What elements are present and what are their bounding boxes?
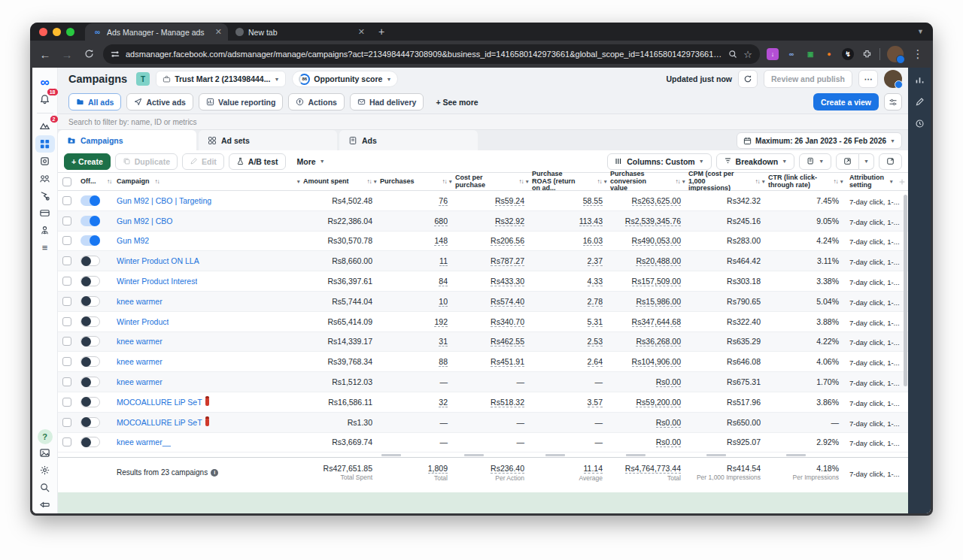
campaign-toggle[interactable] — [81, 296, 100, 307]
url-text[interactable]: adsmanager.facebook.com/adsmanager/manag… — [126, 50, 722, 59]
ab-test-button[interactable]: A/B test — [229, 153, 286, 170]
cost-per-purchase-cell[interactable]: Rs787.27 — [491, 256, 524, 266]
col-header-attribution[interactable]: Attribution setting ▼ — [846, 174, 896, 189]
campaign-toggle[interactable] — [81, 256, 100, 266]
account-overview-icon[interactable]: 2 — [35, 118, 55, 135]
cost-per-purchase-cell[interactable]: Rs59.24 — [495, 196, 524, 206]
column-settings-gear-icon[interactable] — [896, 178, 908, 186]
search-icon[interactable] — [728, 50, 737, 59]
ads-reporting-icon[interactable] — [35, 153, 55, 170]
purchases-cell[interactable]: 11 — [439, 256, 448, 266]
conversion-value-cell[interactable]: Rs36,268.00 — [636, 337, 681, 347]
extension-palette-icon[interactable]: ● — [823, 48, 835, 60]
purchase-roas-cell[interactable]: 2.64 — [588, 357, 603, 367]
tab-ad-sets[interactable]: Ad sets — [199, 130, 337, 150]
ad-account-selector[interactable]: Trust Mart 2 (213498444... ▼ — [156, 71, 286, 87]
conversion-value-cell[interactable]: Rs0.00 — [656, 418, 681, 428]
browser-menu-kebab-icon[interactable]: ⋮ — [910, 47, 925, 61]
table-scrollbar[interactable] — [904, 195, 907, 386]
purchases-cell[interactable]: — — [440, 437, 448, 446]
conversion-value-cell[interactable]: Rs157,509.00 — [632, 277, 681, 286]
filter-chip-had-delivery[interactable]: Had delivery — [350, 93, 424, 110]
campaign-name-link[interactable]: MOCOALLURE LiP SeT — [117, 398, 202, 407]
campaign-name-link[interactable]: knee warmer — [117, 337, 163, 346]
campaign-toggle[interactable] — [81, 437, 100, 447]
purchase-roas-cell[interactable]: 113.43 — [579, 216, 603, 226]
opportunity-score-button[interactable]: 86 Opportunity score ▼ — [292, 71, 398, 87]
notifications-bell-icon[interactable]: 18 — [35, 91, 55, 108]
filter-chip-all-ads[interactable]: All ads — [68, 93, 121, 110]
sort-icon[interactable]: ↑↓ — [755, 178, 760, 185]
review-and-publish-button[interactable]: Review and publish — [764, 70, 852, 88]
cost-per-purchase-cell[interactable]: Rs340.70 — [491, 317, 524, 327]
col-header-conversion-value[interactable]: Purchases conversion value ↑↓▼ — [610, 171, 688, 193]
expand-table-button[interactable] — [879, 153, 902, 170]
more-actions-button[interactable]: More▼ — [290, 153, 332, 170]
campaign-name-link[interactable]: Winter Product — [117, 317, 169, 326]
extensions-puzzle-icon[interactable] — [861, 48, 873, 60]
conversion-value-cell[interactable]: Rs2,539,345.76 — [625, 216, 681, 226]
row-checkbox[interactable] — [62, 256, 71, 265]
create-a-view-button[interactable]: Create a view — [813, 93, 879, 110]
purchases-cell[interactable]: 76 — [439, 196, 448, 206]
back-button[interactable]: ← — [38, 48, 53, 61]
tab-search-chevron-icon[interactable]: ▼ — [917, 28, 924, 35]
column-menu-icon[interactable]: ▼ — [296, 179, 301, 184]
conversion-value-cell[interactable]: Rs59,200.00 — [636, 398, 681, 407]
billing-icon[interactable] — [35, 204, 55, 222]
row-checkbox[interactable] — [62, 236, 71, 245]
col-header-amount-spent[interactable]: Amount spent ↑↓▼ — [303, 178, 380, 186]
purchases-cell[interactable]: — — [440, 377, 448, 386]
conversion-value-cell[interactable]: Rs347,644.68 — [632, 317, 681, 327]
see-more-filters-button[interactable]: + See more — [429, 93, 485, 110]
browser-tab-ads-manager[interactable]: ∞ Ads Manager - Manage ads ✕ — [85, 23, 228, 41]
business-settings-icon[interactable] — [35, 222, 55, 239]
reports-button[interactable]: ▼ — [799, 153, 831, 170]
edit-pencil-icon[interactable] — [915, 97, 925, 107]
purchases-cell[interactable]: 10 — [439, 297, 448, 307]
campaign-toggle[interactable] — [81, 276, 100, 286]
column-menu-icon[interactable]: ▼ — [448, 179, 453, 184]
campaign-name-link[interactable]: Winter Product ON LLA — [117, 256, 199, 265]
settings-gear-icon[interactable] — [35, 462, 55, 479]
purchase-roas-cell[interactable]: 16.03 — [583, 236, 603, 246]
campaign-name-link[interactable]: knee warmer — [117, 377, 163, 386]
columns-button[interactable]: Columns: Custom▼ — [607, 153, 711, 170]
tab-close-icon[interactable]: ✕ — [358, 28, 365, 36]
create-button[interactable]: + Create — [64, 153, 111, 170]
sort-icon[interactable]: ↑↓ — [107, 178, 111, 185]
campaign-toggle[interactable] — [81, 216, 100, 226]
row-checkbox[interactable] — [62, 297, 71, 306]
sort-icon[interactable]: ↑↓ — [367, 178, 372, 185]
purchase-roas-cell[interactable]: 58.55 — [583, 196, 603, 206]
extension-download-icon[interactable]: ↓ — [767, 48, 779, 60]
traffic-lights[interactable] — [39, 23, 74, 41]
campaign-toggle[interactable] — [81, 356, 100, 367]
all-tools-menu-icon[interactable]: ≡ — [35, 239, 55, 256]
conversion-value-cell[interactable]: Rs263,625.00 — [632, 196, 681, 206]
sort-icon[interactable]: ↑↓ — [519, 178, 524, 185]
row-checkbox[interactable] — [62, 437, 71, 446]
help-icon[interactable]: ? — [38, 429, 53, 444]
forward-button[interactable]: → — [59, 48, 74, 61]
campaign-name-link[interactable]: knee warmer__ — [117, 437, 171, 446]
campaign-toggle[interactable] — [81, 195, 100, 206]
row-checkbox[interactable] — [62, 418, 71, 427]
duplicate-button[interactable]: Duplicate — [115, 153, 178, 170]
sort-icon[interactable]: ↑↓ — [676, 178, 680, 185]
new-tab-button[interactable]: + — [378, 26, 384, 38]
row-checkbox[interactable] — [62, 216, 71, 226]
maximize-window-button[interactable] — [66, 28, 74, 36]
browser-tab-new-tab[interactable]: New tab ✕ — [228, 23, 371, 41]
search-nav-icon[interactable] — [35, 479, 55, 496]
purchase-roas-cell[interactable]: 2.37 — [588, 256, 603, 266]
conversion-value-cell[interactable]: Rs104,906.00 — [632, 357, 681, 367]
column-menu-icon[interactable]: ▼ — [840, 179, 844, 184]
campaign-name-link[interactable]: Gun M92 — [117, 236, 149, 245]
row-checkbox[interactable] — [62, 357, 71, 366]
campaign-toggle[interactable] — [81, 235, 100, 246]
campaign-toggle[interactable] — [81, 336, 100, 347]
column-menu-icon[interactable]: ▼ — [373, 179, 378, 184]
close-window-button[interactable] — [39, 28, 47, 36]
adjust-filters-icon[interactable] — [884, 93, 902, 110]
